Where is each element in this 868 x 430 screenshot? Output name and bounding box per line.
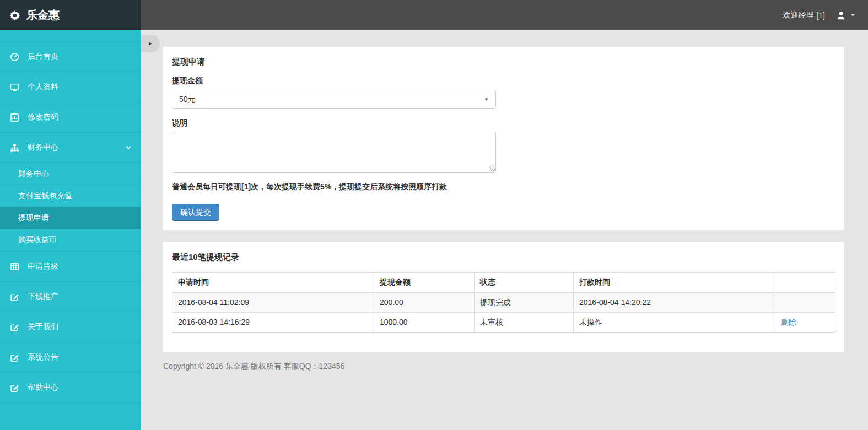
cell-apply-time: 2016-08-04 11:02:09 — [172, 292, 374, 313]
cell-amount: 1000.00 — [374, 313, 475, 333]
cell-status: 未审核 — [475, 313, 574, 333]
cell-actions: 删除 — [775, 313, 835, 333]
main-column: 欢迎经理 [1] 提现申请 — [141, 0, 868, 430]
sidebar-toggle-button[interactable] — [141, 35, 160, 52]
sidebar-item-label: 个人资料 — [28, 82, 58, 92]
withdraw-records-table: 申请时间 提现金额 状态 打款时间 2016-08-04 11:02:09 20… — [172, 272, 835, 333]
cell-apply-time: 2016-08-03 14:16:29 — [172, 313, 374, 333]
chevron-down-icon — [125, 144, 132, 151]
bar-chart-icon — [9, 113, 20, 122]
sidebar-item-label: 关于我们 — [28, 322, 58, 332]
sidebar-item-upgrade[interactable]: 申请晋级 — [0, 251, 141, 281]
submenu-item-label: 财务中心 — [18, 169, 49, 179]
topbar: 欢迎经理 [1] — [141, 0, 868, 30]
finance-submenu: 财务中心 支付宝钱包充值 提现申请 购买收益币 — [0, 162, 141, 251]
select-caret-icon — [484, 97, 489, 102]
welcome-badge: [1] — [816, 11, 825, 20]
sitemap-icon — [9, 143, 20, 153]
content-area: 提现申请 提现金额 50元 说明 普通会员每日可提现[1]次，每次提现手续费5%… — [141, 30, 868, 430]
note-field-wrap — [172, 132, 496, 173]
sidebar-nav: 后台首页 个人资料 修改密码 — [0, 30, 141, 403]
sidebar-item-profile[interactable]: 个人资料 — [0, 72, 141, 102]
panel-title: 提现申请 — [172, 57, 835, 67]
cell-pay-time: 未操作 — [574, 313, 775, 333]
col-header-pay-time: 打款时间 — [574, 273, 775, 293]
delete-link[interactable]: 删除 — [781, 318, 796, 326]
amount-select-value: 50元 — [179, 95, 196, 105]
withdraw-form-panel: 提现申请 提现金额 50元 说明 普通会员每日可提现[1]次，每次提现手续费5%… — [163, 47, 844, 230]
submenu-item-withdraw-apply[interactable]: 提现申请 — [0, 207, 141, 229]
nav-divider — [0, 402, 141, 403]
records-title: 最近10笔提现记录 — [172, 252, 835, 262]
sidebar-item-help[interactable]: 帮助中心 — [0, 372, 141, 402]
table-header-row: 申请时间 提现金额 状态 打款时间 — [172, 273, 835, 293]
resize-grip[interactable] — [489, 166, 495, 171]
sidebar-item-label: 财务中心 — [28, 143, 58, 153]
table-icon — [9, 262, 20, 271]
dashboard-icon — [9, 52, 20, 62]
submenu-item-finance-center[interactable]: 财务中心 — [0, 163, 141, 185]
col-header-amount: 提现金额 — [374, 273, 475, 293]
sidebar-item-label: 申请晋级 — [28, 262, 58, 271]
brand: 乐金惠 — [0, 0, 141, 30]
amount-label: 提现金额 — [172, 76, 835, 85]
amount-select[interactable]: 50元 — [172, 90, 496, 109]
sidebar: 乐金惠 后台首页 个人资料 — [0, 0, 141, 430]
submenu-item-label: 购买收益币 — [18, 235, 57, 245]
app: 乐金惠 后台首页 个人资料 — [0, 0, 868, 430]
sidebar-item-promotion[interactable]: 下线推广 — [0, 281, 141, 312]
sidebar-item-password[interactable]: 修改密码 — [0, 102, 141, 132]
edit-icon — [9, 323, 20, 332]
welcome-text: 欢迎经理 — [783, 10, 813, 20]
sidebar-item-label: 系统公告 — [28, 352, 58, 362]
sidebar-item-label: 后台首页 — [28, 52, 58, 62]
withdraw-tip-text: 普通会员每日可提现[1]次，每次提现手续费5%，提现提交后系统将按照顺序打款 — [172, 182, 835, 192]
cell-status: 提现完成 — [475, 292, 574, 313]
sidebar-item-dashboard[interactable]: 后台首页 — [0, 41, 141, 72]
note-label: 说明 — [172, 118, 835, 128]
submit-button[interactable]: 确认提交 — [172, 204, 219, 221]
gear-icon — [9, 10, 20, 21]
cell-pay-time: 2016-08-04 14:20:22 — [574, 292, 775, 313]
play-icon — [147, 41, 153, 47]
user-icon — [836, 10, 846, 20]
submenu-item-alipay-recharge[interactable]: 支付宝钱包充值 — [0, 185, 141, 207]
submenu-item-label: 支付宝钱包充值 — [18, 191, 72, 201]
sidebar-item-about[interactable]: 关于我们 — [0, 312, 141, 342]
caret-down-icon — [850, 12, 856, 18]
sidebar-item-label: 下线推广 — [28, 292, 58, 302]
col-header-status: 状态 — [475, 273, 574, 293]
cell-actions — [775, 292, 835, 313]
withdraw-records-panel: 最近10笔提现记录 申请时间 提现金额 状态 打款时间 — [163, 242, 844, 352]
edit-icon — [9, 383, 20, 393]
edit-icon — [9, 353, 20, 362]
sidebar-item-label: 帮助中心 — [28, 383, 58, 393]
table-row: 2016-08-03 14:16:29 1000.00 未审核 未操作 删除 — [172, 313, 835, 333]
user-menu[interactable] — [836, 10, 856, 20]
sidebar-item-label: 修改密码 — [28, 112, 58, 122]
cell-amount: 200.00 — [374, 292, 475, 313]
brand-title: 乐金惠 — [26, 8, 60, 23]
sidebar-item-finance[interactable]: 财务中心 — [0, 132, 141, 162]
sidebar-item-announcement[interactable]: 系统公告 — [0, 342, 141, 372]
submenu-item-buy-coin[interactable]: 购买收益币 — [0, 229, 141, 251]
col-header-apply-time: 申请时间 — [172, 273, 374, 293]
copyright-text: Copyright © 2016 乐金惠 版权所有 客服QQ：123456 — [163, 361, 844, 371]
desktop-icon — [9, 83, 20, 92]
edit-icon — [9, 292, 20, 302]
submenu-item-label: 提现申请 — [18, 213, 49, 223]
table-row: 2016-08-04 11:02:09 200.00 提现完成 2016-08-… — [172, 292, 835, 313]
col-header-actions — [775, 273, 835, 293]
note-textarea[interactable] — [172, 132, 496, 173]
